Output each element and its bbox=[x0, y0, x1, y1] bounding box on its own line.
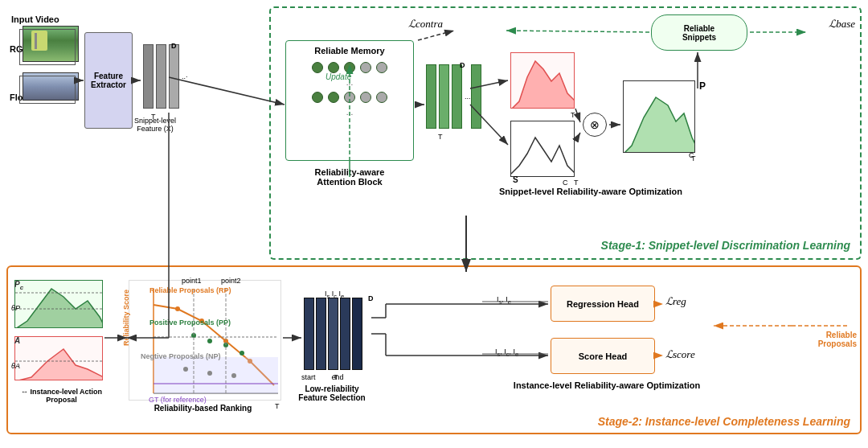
pc-label: Pc bbox=[14, 280, 23, 291]
point1-label: point1 bbox=[182, 277, 202, 285]
svg-line-31 bbox=[169, 77, 285, 105]
diagram-container: Stage-1: Snippet-level Discrimination Le… bbox=[0, 0, 868, 448]
chart-p bbox=[623, 80, 695, 153]
instance-opt-label: Instance-level Reliability-aware Optimiz… bbox=[490, 380, 723, 390]
mem-dot-1 bbox=[312, 62, 323, 73]
a-label-stage2: A bbox=[14, 336, 20, 345]
is-ic-ie-top: Is Ic Ie bbox=[302, 290, 366, 300]
c-label: C bbox=[563, 179, 568, 187]
loss-contra: ℒcontra bbox=[408, 18, 443, 31]
loss-reg: ℒreg bbox=[665, 295, 686, 308]
svg-marker-0 bbox=[511, 61, 575, 109]
pc-chart bbox=[14, 280, 103, 328]
chart-dark bbox=[510, 121, 575, 177]
s-label: S bbox=[513, 175, 518, 184]
ranking-title: Reliability-based Ranking bbox=[125, 404, 281, 413]
input-video-title: Input Video bbox=[11, 14, 59, 24]
mem-dot-8 bbox=[344, 92, 355, 103]
pp-label: Positive Proposals (PP) bbox=[149, 319, 231, 327]
mem-dot-5 bbox=[376, 62, 387, 73]
multiply-symbol: ⊗ bbox=[583, 113, 607, 137]
stage2-label: Stage-2: Instance-level Completeness Lea… bbox=[598, 415, 850, 428]
feature-blocks: ..· bbox=[143, 44, 185, 109]
mem-dot-2 bbox=[328, 62, 339, 73]
mem-dot-3 bbox=[344, 62, 355, 73]
t-label-2: T bbox=[438, 133, 443, 141]
np-label: Negtive Proposals (NP) bbox=[141, 352, 221, 360]
svg-point-19 bbox=[183, 367, 188, 372]
reliable-snippets-box: Reliable Snippets bbox=[651, 14, 747, 51]
t-label-s: T bbox=[574, 179, 579, 187]
svg-point-9 bbox=[175, 306, 180, 311]
feature-extractor: Feature Extractor bbox=[84, 32, 133, 129]
instance-proposal-label: ↔ Instance-level Action Proposal bbox=[11, 388, 112, 404]
d-label-1: D bbox=[171, 42, 177, 50]
dark-blocks-stage2 bbox=[304, 298, 362, 370]
stage1-label: Stage-1: Snippet-level Discrimination Le… bbox=[601, 239, 850, 252]
mem-dot-4 bbox=[360, 62, 371, 73]
score-head: Score Head bbox=[551, 338, 655, 374]
memory-dots-2 bbox=[286, 92, 413, 103]
svg-rect-18 bbox=[154, 357, 278, 393]
is-ic-ie-score: Is, Ic, Ie bbox=[495, 347, 518, 358]
is-ie-reg: Is, Ie bbox=[497, 295, 511, 306]
ranking-chart bbox=[129, 280, 281, 401]
reliable-proposals-label: Reliable Proposals bbox=[818, 322, 857, 348]
a-chart-stage2 bbox=[14, 336, 103, 380]
d-label-2: D bbox=[460, 61, 465, 69]
mem-dot-6 bbox=[312, 92, 323, 103]
attention-block-label: Reliability-aware Attention Block bbox=[273, 167, 426, 187]
chart-pink bbox=[510, 52, 575, 109]
regression-head: Regression Head bbox=[551, 286, 655, 322]
t-label-p: T bbox=[691, 154, 696, 162]
mem-dot-10 bbox=[376, 92, 387, 103]
d-label-dark: D bbox=[368, 294, 374, 302]
loss-score: ℒscore bbox=[665, 348, 695, 361]
green-blocks: ... bbox=[426, 64, 481, 129]
svg-marker-2 bbox=[15, 289, 103, 328]
svg-marker-5 bbox=[15, 349, 103, 380]
svg-point-15 bbox=[207, 339, 212, 343]
snippet-opt-label: Snippet-level Reliability-aware Optimiza… bbox=[474, 187, 707, 196]
feature-sel-title: Low-reliability Feature Selection bbox=[280, 384, 384, 402]
gt-label: GT (for reference) bbox=[149, 396, 207, 404]
t-label-dark: T bbox=[334, 373, 338, 381]
snippet-feature-label: Snippet-level Feature (X) bbox=[127, 117, 183, 133]
svg-point-21 bbox=[231, 373, 236, 378]
theta-p-label: θP bbox=[11, 304, 20, 312]
loss-base: ℒbase bbox=[829, 18, 855, 31]
rp-label: Reliable Proposals (RP) bbox=[149, 286, 231, 294]
svg-marker-1 bbox=[624, 97, 695, 153]
reliable-memory-box: Reliable Memory ... ... bbox=[285, 40, 414, 161]
mem-dot-7 bbox=[328, 92, 339, 103]
svg-point-17 bbox=[240, 351, 244, 356]
update-label: Update bbox=[326, 72, 351, 81]
t-label-3: T bbox=[571, 111, 575, 119]
reliable-memory-title: Reliable Memory bbox=[286, 46, 413, 55]
point2-label: point2 bbox=[221, 277, 241, 285]
reliability-score-label: Reliability Score bbox=[122, 290, 130, 346]
theta-a-label: θA bbox=[11, 362, 20, 370]
memory-dots bbox=[286, 62, 413, 73]
svg-point-20 bbox=[207, 371, 212, 376]
mem-dot-9 bbox=[360, 92, 371, 103]
p-label: P bbox=[699, 80, 706, 92]
